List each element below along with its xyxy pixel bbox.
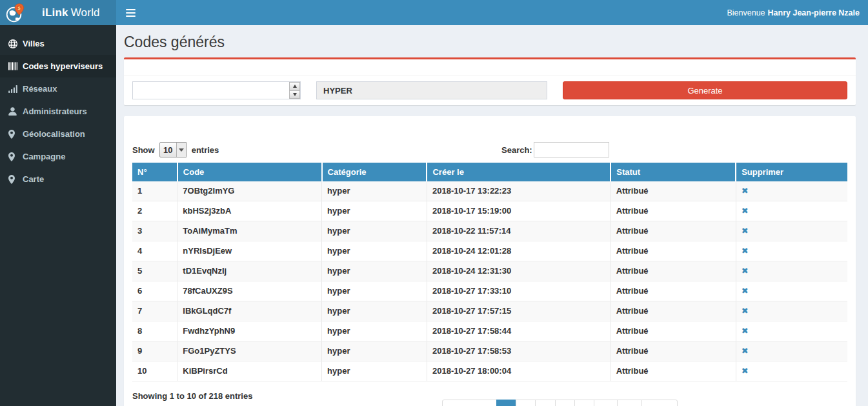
num-cell: 1 — [132, 181, 177, 201]
sidebar-item-label: Réseaux — [23, 84, 57, 94]
table-body: 1 7OBtg2ImYG hyper 2018-10-17 13:22:23 A… — [132, 181, 847, 381]
table-row: 6 78fCaUXZ9S hyper 2018-10-27 17:33:10 A… — [132, 281, 847, 301]
sidebar-item-carte[interactable]: Carte — [0, 168, 116, 190]
globe-pin-logo-icon: $ — [6, 3, 25, 23]
status-cell: Attribué — [611, 321, 736, 341]
delete-icon[interactable]: ✖ — [742, 186, 749, 196]
main-content: Codes générés Generate Show — [116, 0, 868, 406]
code-cell: kbHS2j3zbA — [177, 201, 322, 221]
user-icon — [8, 107, 23, 116]
map-marker-icon — [8, 130, 23, 139]
status-cell: Attribué — [611, 261, 736, 281]
table-row: 5 tD1EvqNzIj hyper 2018-10-24 12:31:30 A… — [132, 261, 847, 281]
sidebar-item-reseaux[interactable]: Réseaux — [0, 77, 116, 100]
created-cell: 2018-10-27 18:00:04 — [427, 361, 611, 381]
sidebar-item-geolocalisation[interactable]: Géolocalisation — [0, 123, 116, 145]
delete-cell: ✖ — [736, 321, 847, 341]
code-cell: ToAiMymaTm — [177, 221, 322, 241]
delete-icon[interactable]: ✖ — [742, 246, 749, 256]
delete-icon[interactable]: ✖ — [742, 286, 749, 296]
delete-icon[interactable]: ✖ — [742, 266, 749, 276]
entries-label: entries — [192, 145, 219, 155]
sidebar-item-villes[interactable]: Villes — [0, 32, 116, 55]
spinner-up-icon[interactable] — [289, 82, 300, 91]
quantity-stepper[interactable] — [289, 82, 300, 99]
column-header-status: Statut — [611, 163, 736, 181]
num-cell: 4 — [132, 241, 177, 261]
delete-cell: ✖ — [736, 241, 847, 261]
num-cell: 2 — [132, 201, 177, 221]
delete-cell: ✖ — [736, 361, 847, 381]
signal-icon — [8, 85, 23, 93]
code-cell: KiBPirsrCd — [177, 361, 322, 381]
sidebar-item-codes-hyperviseurs[interactable]: Codes hyperviseurs — [0, 55, 116, 77]
column-header-created: Créer le — [427, 163, 611, 181]
delete-cell: ✖ — [736, 221, 847, 241]
page-length-value: 10 — [160, 145, 176, 155]
pagination-page-22[interactable]: 22 — [618, 400, 641, 406]
table-row: 7 IBkGLqdC7f hyper 2018-10-27 17:57:15 A… — [132, 301, 847, 321]
category-field — [316, 81, 547, 99]
spinner-down-icon[interactable] — [289, 90, 300, 99]
generate-form: Generate — [124, 76, 856, 105]
quantity-input[interactable] — [132, 81, 301, 99]
table-row: 3 ToAiMymaTm hyper 2018-10-22 11:57:14 A… — [132, 221, 847, 241]
code-cell: 78fCaUXZ9S — [177, 281, 322, 301]
app-logo[interactable]: $ iLinkWorld — [0, 0, 116, 25]
showing-entries-info: Showing 1 to 10 of 218 entries — [132, 381, 847, 401]
category-cell: hyper — [322, 221, 427, 241]
show-label: Show — [132, 145, 155, 155]
num-cell: 7 — [132, 301, 177, 321]
column-header-category: Catégorie — [322, 163, 427, 181]
category-cell: hyper — [322, 321, 427, 341]
map-marker-icon — [8, 175, 23, 184]
created-cell: 2018-10-27 17:57:15 — [427, 301, 611, 321]
status-cell: Attribué — [611, 181, 736, 201]
status-cell: Attribué — [611, 201, 736, 221]
brand-name: iLinkWorld — [42, 6, 100, 19]
sidebar-item-label: Administrateurs — [23, 107, 87, 116]
pagination-page-5[interactable]: 5 — [575, 400, 594, 406]
table-controls: Show 10 entries Search: — [132, 142, 847, 159]
pagination-previous[interactable]: Previous — [443, 400, 497, 406]
generate-button[interactable]: Generate — [563, 81, 847, 99]
pagination-page-3[interactable]: 3 — [536, 400, 555, 406]
code-cell: tD1EvqNzIj — [177, 261, 322, 281]
column-header-code: Code — [177, 163, 322, 181]
page-length-control: Show 10 entries — [132, 142, 847, 157]
pagination-page-2[interactable]: 2 — [516, 400, 536, 406]
created-cell: 2018-10-22 11:57:14 — [427, 221, 611, 241]
pagination: Previous 1 2 3 4 5 … 22 Next — [443, 400, 678, 406]
delete-icon[interactable]: ✖ — [742, 326, 749, 336]
category-cell: hyper — [322, 201, 427, 221]
pagination-page-4[interactable]: 4 — [556, 400, 575, 406]
chevron-down-icon — [176, 143, 187, 157]
num-cell: 6 — [132, 281, 177, 301]
delete-icon[interactable]: ✖ — [742, 306, 749, 316]
pagination-next[interactable]: Next — [642, 400, 678, 406]
category-cell: hyper — [322, 181, 427, 201]
delete-icon[interactable]: ✖ — [742, 206, 749, 216]
delete-icon[interactable]: ✖ — [742, 366, 749, 376]
pagination-page-1[interactable]: 1 — [497, 400, 516, 406]
welcome-message: BienvenueHanry Jean-pierre Nzale — [727, 8, 868, 17]
page-length-select[interactable]: 10 — [159, 142, 187, 157]
table-row: 1 7OBtg2ImYG hyper 2018-10-17 13:22:23 A… — [132, 181, 847, 201]
created-cell: 2018-10-24 12:01:28 — [427, 241, 611, 261]
top-navbar: BienvenueHanry Jean-pierre Nzale — [116, 0, 868, 25]
hamburger-menu-icon[interactable] — [116, 0, 145, 25]
table-row: 2 kbHS2j3zbA hyper 2018-10-17 15:19:00 A… — [132, 201, 847, 221]
globe-icon — [8, 39, 23, 48]
search-input[interactable] — [534, 142, 609, 157]
sidebar-item-administrateurs[interactable]: Administrateurs — [0, 100, 116, 123]
sidebar-item-label: Carte — [23, 174, 44, 184]
column-header-num: N° — [132, 163, 177, 181]
delete-icon[interactable]: ✖ — [742, 226, 749, 236]
sidebar-item-campagne[interactable]: Campagne — [0, 145, 116, 168]
delete-icon[interactable]: ✖ — [742, 346, 749, 356]
svg-text:$: $ — [17, 5, 21, 10]
status-cell: Attribué — [611, 301, 736, 321]
table-header: N° Code Catégorie Créer le Statut Suppri… — [132, 163, 847, 181]
num-cell: 3 — [132, 221, 177, 241]
delete-cell: ✖ — [736, 341, 847, 361]
